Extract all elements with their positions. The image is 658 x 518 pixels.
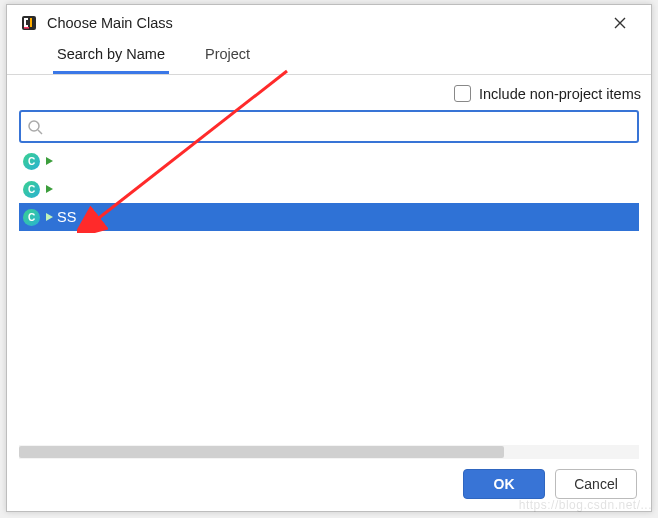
close-icon <box>614 17 626 29</box>
choose-main-class-dialog: Choose Main Class Search by Name Project… <box>6 4 652 512</box>
include-nonproject-checkbox[interactable] <box>454 85 471 102</box>
list-item[interactable]: C <box>19 175 639 203</box>
search-field-wrapper[interactable] <box>19 110 639 143</box>
run-icon <box>46 157 53 165</box>
options-row: Include non-project items <box>7 75 651 108</box>
run-icon <box>46 213 53 221</box>
tab-search-by-name[interactable]: Search by Name <box>53 46 169 74</box>
svg-rect-1 <box>24 27 29 29</box>
search-input[interactable] <box>47 112 631 141</box>
close-button[interactable] <box>599 8 641 38</box>
svg-rect-2 <box>30 18 32 27</box>
tabs: Search by Name Project <box>7 41 651 75</box>
tab-project[interactable]: Project <box>201 46 254 74</box>
horizontal-scrollbar[interactable] <box>19 445 639 459</box>
list-item-selected[interactable]: C SS <box>19 203 639 231</box>
watermark: https://blog.csdn.net/... <box>519 498 652 512</box>
svg-line-4 <box>38 130 42 134</box>
dialog-title: Choose Main Class <box>47 15 599 31</box>
list-item[interactable]: C <box>19 147 639 175</box>
results-list: C C C SS <box>19 147 639 231</box>
svg-point-3 <box>29 121 39 131</box>
class-icon: C <box>23 209 40 226</box>
search-icon <box>27 119 43 135</box>
include-nonproject-label: Include non-project items <box>479 86 641 102</box>
scrollbar-thumb[interactable] <box>19 446 504 458</box>
intellij-icon <box>21 15 37 31</box>
titlebar: Choose Main Class <box>7 5 651 41</box>
class-icon: C <box>23 153 40 170</box>
run-icon <box>46 185 53 193</box>
ok-button[interactable]: OK <box>463 469 545 499</box>
dialog-buttons: OK Cancel <box>463 469 637 499</box>
list-item-label: SS <box>57 209 76 225</box>
cancel-button[interactable]: Cancel <box>555 469 637 499</box>
class-icon: C <box>23 181 40 198</box>
